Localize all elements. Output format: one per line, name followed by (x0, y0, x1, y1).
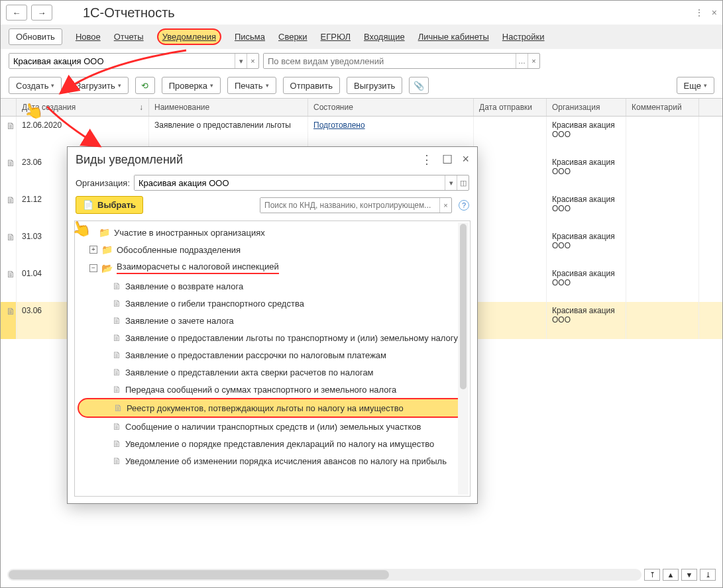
filter-bar: ▾ × … × (1, 49, 722, 73)
org-filter-dropdown-button[interactable]: ▾ (235, 54, 247, 68)
folder-icon: 📂 (101, 263, 113, 273)
help-icon[interactable]: ? (459, 200, 469, 211)
folder-icon: 📁 (99, 227, 110, 238)
grid-nav-first-button[interactable]: ⤒ (644, 569, 660, 581)
more-button[interactable]: Еще▾ (677, 77, 714, 94)
attach-icon-button[interactable]: 📎 (409, 77, 429, 94)
tree-item-label: Уведомление об изменении порядка исчисле… (125, 456, 447, 466)
document-icon: 🗎 (112, 367, 121, 377)
document-icon: 🗎 (6, 195, 15, 205)
menu-link-settings[interactable]: Настройки (502, 32, 545, 42)
tree-item[interactable]: 🗎Заявление о представлении акта сверки р… (78, 364, 467, 381)
expand-icon[interactable]: + (89, 246, 97, 254)
horizontal-scrollbar[interactable] (7, 569, 641, 581)
create-button[interactable]: Создать▾ (9, 77, 62, 94)
close-icon[interactable]: × (712, 7, 717, 18)
tree-item[interactable]: 🗎Заявление о предоставлении рассрочки по… (78, 346, 467, 364)
grid-header: Дата создания↓ Наименование Состояние Да… (1, 98, 722, 117)
tree-item-label: Реестр документов, потверждающих льготы … (127, 403, 404, 413)
tree-item-label: Заявление о предоставлении рассрочки по … (125, 350, 386, 360)
check-button[interactable]: Проверка▾ (162, 77, 221, 94)
dialog-maximize-icon[interactable]: ☐ (442, 152, 453, 167)
menu-link-egrul[interactable]: ЕГРЮЛ (321, 32, 351, 42)
menu-link-notifications[interactable]: Уведомления (157, 28, 221, 45)
grid-nav-up-button[interactable]: ▲ (663, 569, 679, 581)
send-button[interactable]: Отправить (283, 77, 340, 94)
dialog-search-clear-button[interactable]: × (439, 198, 451, 213)
col-date[interactable]: Дата создания↓ (17, 99, 149, 116)
select-button[interactable]: 📄 Выбрать (76, 196, 143, 214)
dialog-org-input[interactable] (135, 175, 445, 190)
refresh-icon-button[interactable]: ⟲ (135, 77, 155, 94)
tree-vertical-scrollbar[interactable] (458, 222, 469, 495)
cell-org: Красивая акация ООО (547, 302, 626, 339)
tree-item[interactable]: 🗎Уведомление об изменении порядка исчисл… (78, 452, 467, 469)
type-filter-combo[interactable]: … × (263, 53, 540, 69)
tree-item[interactable]: 🗎Уведомление о порядке представления дек… (78, 435, 467, 452)
cell-comment (626, 117, 699, 154)
menu-link-new[interactable]: Новое (76, 32, 101, 42)
dialog-search-input[interactable] (260, 198, 439, 213)
update-button[interactable]: Обновить (9, 28, 62, 45)
cell-org: Красивая акация ООО (547, 117, 626, 154)
cell-org: Красивая акация ООО (547, 191, 626, 228)
menu-link-sverki[interactable]: Сверки (278, 32, 307, 42)
org-filter-combo[interactable]: ▾ × (9, 53, 259, 69)
dialog-search-combo[interactable]: × (260, 197, 452, 213)
export-button[interactable]: Выгрузить (347, 77, 402, 94)
document-icon: 🗎 (112, 421, 121, 432)
tree-item[interactable]: 🗎Реестр документов, потверждающих льготы… (78, 398, 467, 418)
document-icon: 🗎 (112, 438, 121, 449)
type-filter-clear-button[interactable]: × (528, 54, 539, 68)
cell-comment (626, 228, 699, 265)
print-button[interactable]: Печать▾ (227, 77, 276, 94)
nav-forward-button[interactable]: → (31, 5, 52, 21)
load-button[interactable]: Загрузить▾ (68, 77, 128, 94)
tree-item[interactable]: 🗎Заявление о гибели транспортного средст… (78, 295, 467, 312)
col-send-date[interactable]: Дата отправки (474, 99, 547, 116)
dialog-org-open-button[interactable]: ◫ (457, 175, 469, 190)
tree-item-label: Заявление о предоставлении льготы по тра… (125, 333, 458, 343)
col-state[interactable]: Состояние (308, 99, 474, 116)
col-name[interactable]: Наименование (149, 99, 308, 116)
state-link[interactable]: Подготовлено (313, 121, 365, 130)
tree-item-label: Заявление о гибели транспортного средств… (125, 299, 304, 309)
kebab-icon[interactable]: ⋮ (695, 7, 704, 18)
tree-folder[interactable]: 📁 Участие в иностранных организациях (78, 224, 467, 241)
cell-comment (626, 265, 699, 302)
tree-item[interactable]: 🗎Заявление о зачете налога (78, 312, 467, 329)
select-icon: 📄 (83, 200, 93, 210)
notification-types-dialog: Виды уведомлений ⋮ ☐ × Организация: ▾ ◫ … (67, 146, 478, 504)
grid-nav-down-button[interactable]: ▼ (681, 569, 697, 581)
menu-link-reports[interactable]: Отчеты (114, 32, 144, 42)
menu-link-letters[interactable]: Письма (235, 32, 265, 42)
org-filter-clear-button[interactable]: × (247, 54, 258, 68)
dialog-org-combo[interactable]: ▾ ◫ (134, 175, 469, 191)
dialog-kebab-icon[interactable]: ⋮ (421, 152, 433, 167)
tree-item[interactable]: 🗎Сообщение о наличии транспортных средст… (78, 418, 467, 435)
menu-link-cabinets[interactable]: Личные кабинеты (418, 32, 489, 42)
tree-folder[interactable]: − 📂 Взаиморасчеты с налоговой инспекцией (78, 258, 467, 277)
dialog-org-dropdown-button[interactable]: ▾ (445, 175, 457, 190)
cell-comment (626, 154, 699, 191)
org-label: Организация: (76, 178, 130, 188)
grid-nav-last-button[interactable]: ⤓ (700, 569, 716, 581)
tree-folder[interactable]: + 📁 Обособленные подразделения (78, 241, 467, 258)
tree-item[interactable]: 🗎Заявление о предоставлении льготы по тр… (78, 329, 467, 346)
nav-back-button[interactable]: ← (6, 5, 27, 21)
tree-item[interactable]: 🗎Передача сообщений о суммах транспортно… (78, 381, 467, 398)
collapse-icon[interactable]: − (89, 264, 97, 272)
document-icon: 🗎 (112, 315, 121, 326)
dialog-titlebar: Виды уведомлений ⋮ ☐ × (68, 147, 477, 172)
org-filter-input[interactable] (9, 54, 235, 68)
footer: ⤒ ▲ ▼ ⤓ (7, 569, 716, 581)
type-filter-input[interactable] (264, 54, 516, 68)
type-filter-more-button[interactable]: … (516, 54, 528, 68)
dialog-close-icon[interactable]: × (462, 152, 469, 167)
menu-link-incoming[interactable]: Входящие (364, 32, 405, 42)
tree-item[interactable]: 🗎Заявление о возврате налога (78, 277, 467, 295)
window-controls: ⋮ × (695, 7, 717, 18)
col-comment[interactable]: Комментарий (626, 99, 699, 116)
cell-org: Красивая акация ООО (547, 154, 626, 191)
col-org[interactable]: Организация (547, 99, 626, 116)
